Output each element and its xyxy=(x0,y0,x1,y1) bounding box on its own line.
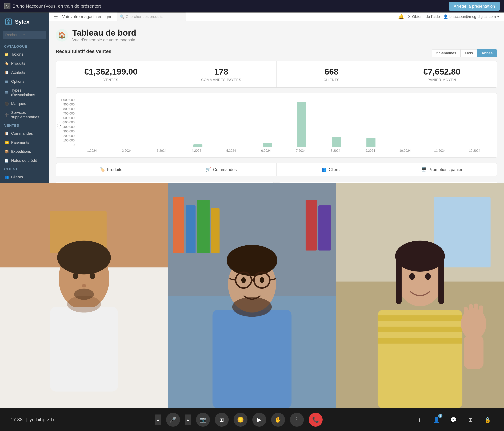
svg-rect-46 xyxy=(464,335,484,369)
svg-rect-17 xyxy=(197,200,210,253)
present-icon: ⬡ xyxy=(4,3,10,9)
more-options-button[interactable]: ⋮ xyxy=(290,413,304,427)
dashboard-content: 🏠 Tableau de bord Vue d'ensemble de votr… xyxy=(49,21,504,183)
people-button[interactable]: 👤 1 xyxy=(430,414,442,426)
video-time: 17:38 xyxy=(10,417,23,422)
chart-x-label: 5.2024 xyxy=(214,149,249,153)
nav-produits-button[interactable]: 🏷️ Produits xyxy=(56,163,166,176)
sidebar-item-services[interactable]: ➕ Services supplémentaires xyxy=(0,108,49,122)
sidebar-search-input[interactable] xyxy=(3,31,46,39)
sidebar-item-groupes[interactable]: 📊 Groupes xyxy=(0,182,49,183)
sidebar-item-taxons[interactable]: 📁 Taxons xyxy=(0,50,49,59)
sidebar-item-attributs[interactable]: 📋 Attributs xyxy=(0,68,49,77)
sidebar-item-expeditions[interactable]: 📦 Expéditions xyxy=(0,147,49,156)
microphone-button[interactable]: 🎤 xyxy=(166,413,180,427)
time-filter-buttons: 2 Semaines Mois Année xyxy=(432,49,497,57)
chart-bar[interactable] xyxy=(297,102,306,147)
sidebar-item-clients[interactable]: 👥 Clients xyxy=(0,173,49,182)
ventes-label: VENTES xyxy=(61,78,161,82)
page-title: Tableau de bord xyxy=(72,28,136,37)
svg-point-23 xyxy=(227,245,277,276)
search-placeholder: Chercher des produits... xyxy=(126,14,167,19)
person-1-illustration xyxy=(0,183,168,408)
share-activities-button[interactable]: ⊞ xyxy=(464,414,477,426)
nav-commandes-button[interactable]: 🛒 Commandes xyxy=(166,163,276,176)
chart-x-label: 8.2024 xyxy=(318,149,353,153)
nav-clients-button[interactable]: 👥 Clients xyxy=(277,163,387,176)
chat-button[interactable]: 💬 xyxy=(447,414,459,426)
camera-button[interactable]: 📷 xyxy=(196,413,210,427)
svg-rect-37 xyxy=(378,326,462,332)
store-link[interactable]: Voir votre magasin en ligne xyxy=(62,14,113,19)
chart-bar-group xyxy=(319,98,354,147)
chart-bar-group xyxy=(250,98,284,147)
help-button[interactable]: ✕ Obtenir de l'aide xyxy=(408,14,440,19)
product-search-box[interactable]: 🔍 Chercher des produits... xyxy=(117,12,186,21)
raise-hand-button[interactable]: ✋ xyxy=(271,413,285,427)
end-call-button[interactable]: 📞 xyxy=(309,413,323,427)
topbar-right: 🔔 ✕ Obtenir de l'aide 👤 bnaccour@mcg-dig… xyxy=(398,14,499,20)
chart-prev-button[interactable]: ‹ xyxy=(57,122,64,129)
chevron-down-icon: ▾ xyxy=(497,14,499,19)
sales-chart: ‹ 1 000 000 900 000 800 000 700 000 600 … xyxy=(56,93,497,158)
help-icon: ✕ xyxy=(408,14,411,19)
stat-panier: €7,652.80 PANIER MOYEN xyxy=(387,61,497,88)
services-icon: ➕ xyxy=(4,113,9,117)
chart-bar[interactable] xyxy=(193,144,202,147)
filter-2-semaines[interactable]: 2 Semaines xyxy=(432,49,460,57)
svg-rect-35 xyxy=(378,310,462,408)
chart-bar[interactable] xyxy=(263,143,272,147)
chart-x-label: 12.2024 xyxy=(457,149,492,153)
chart-bar[interactable] xyxy=(332,137,341,147)
filter-mois[interactable]: Mois xyxy=(460,49,477,57)
user-menu-button[interactable]: 👤 bnaccour@mcg-digital.com ▾ xyxy=(443,14,499,19)
svg-point-30 xyxy=(241,277,246,283)
chart-x-label: 7.2024 xyxy=(283,149,318,153)
emoji-button[interactable]: 😊 xyxy=(234,413,247,427)
present-button[interactable]: ▶ xyxy=(252,413,266,427)
lock-button[interactable]: 🔒 xyxy=(481,414,494,426)
home-icon: 🏠 xyxy=(56,29,68,42)
mic-up-arrow-button[interactable]: ▲ xyxy=(155,414,161,425)
sidebar: Sylex CATALOGUE 📁 Taxons 🏷️ Produits 📋 A… xyxy=(0,12,49,183)
stop-presentation-button[interactable]: Arrêter la présentation xyxy=(449,2,500,11)
call-info-button[interactable]: ℹ xyxy=(413,414,425,426)
commandes-nav-icon: 🛒 xyxy=(206,167,211,172)
svg-point-40 xyxy=(395,241,445,272)
video-cell-1 xyxy=(0,183,168,408)
svg-rect-38 xyxy=(378,338,462,343)
sidebar-item-paiements[interactable]: 💳 Paiements xyxy=(0,138,49,147)
nav-promo-panier-button[interactable]: 🖥️ Promotions panier xyxy=(387,163,497,176)
screen-share-button[interactable]: ⊞ xyxy=(215,413,229,427)
sidebar-item-commandes[interactable]: 📋 Commandes xyxy=(0,129,49,138)
promo-nav-icon: 🖥️ xyxy=(421,167,426,172)
sidebar-item-produits[interactable]: 🏷️ Produits xyxy=(0,59,49,68)
svg-point-12 xyxy=(74,289,94,300)
hamburger-icon[interactable]: ☰ xyxy=(54,14,58,20)
sidebar-item-notes-credit[interactable]: 📄 Notes de crédit xyxy=(0,156,49,165)
chart-bar-group xyxy=(111,98,146,147)
time-divider: | xyxy=(26,417,27,422)
chart-x-label: 6.2024 xyxy=(249,149,283,153)
commandes-value: 178 xyxy=(171,67,271,77)
folder-icon: 📁 xyxy=(4,52,9,57)
stat-clients: 668 CLIENTS xyxy=(277,61,387,88)
panier-label: PANIER MOYEN xyxy=(392,78,492,82)
cam-up-arrow-button[interactable]: ▲ xyxy=(185,414,191,425)
sidebar-item-types-associations[interactable]: ☰ Types d'associations xyxy=(0,86,49,99)
svg-rect-15 xyxy=(173,197,184,253)
filter-annee[interactable]: Année xyxy=(477,49,497,57)
notification-bell-icon[interactable]: 🔔 xyxy=(398,14,404,20)
sidebar-item-marques[interactable]: ⚫ Marques xyxy=(0,99,49,108)
stats-row: €1,362,199.00 VENTES 178 COMMANDES PAYÉE… xyxy=(56,61,497,88)
video-call-area: 17:38 | yrj-bihp-zrb ▲ 🎤 ▲ 📷 ⊞ 😊 ▶ ✋ ⋮ 📞… xyxy=(0,183,504,431)
sidebar-item-options[interactable]: ☰ Options xyxy=(0,77,49,86)
svg-rect-21 xyxy=(213,310,291,408)
video-cell-2 xyxy=(168,183,336,408)
dashboard: ☰ Voir votre magasin en ligne 🔍 Chercher… xyxy=(49,12,504,183)
svg-point-6 xyxy=(57,241,111,275)
chart-bar-group xyxy=(457,98,492,147)
chart-bar[interactable] xyxy=(366,138,376,147)
svg-rect-7 xyxy=(50,307,118,392)
commandes-icon: 📋 xyxy=(4,131,9,136)
